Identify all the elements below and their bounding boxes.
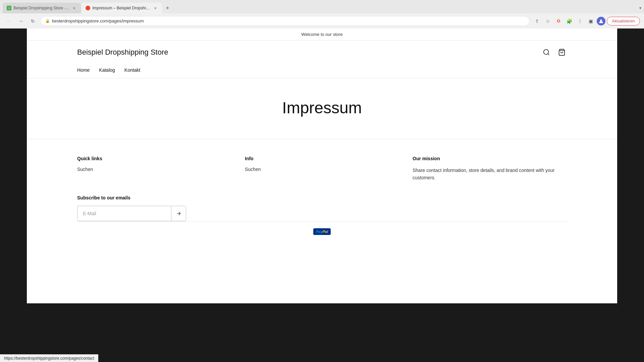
forward-button[interactable]: → [16,16,25,26]
tab-2[interactable]: Impressum – Beispiel Dropship… ✕ [82,3,162,13]
extensions-button[interactable]: 🧩 [565,16,574,26]
website-wrapper: Welcome to our store Beispiel Dropshippi… [0,28,644,303]
tab-bar-right: ▾ [637,6,641,10]
store-banner: Welcome to our store [27,28,617,41]
nav-kontakt[interactable]: Kontakt [124,67,140,73]
search-icon [543,49,550,56]
tab-bar: S Beispiel Dropshipping Store -… ✕ Impre… [0,0,644,13]
mission-heading: Our mission [413,156,567,161]
info-heading: Info [245,156,399,161]
tab-1[interactable]: S Beispiel Dropshipping Store -… ✕ [3,3,81,13]
header-icons [541,47,567,57]
email-submit-button[interactable] [171,206,186,221]
nav-katalog[interactable]: Katalog [99,67,115,73]
lock-icon: 🔒 [45,19,50,23]
status-bar: https://besterdropshippingstore.com/page… [0,354,98,362]
tab-2-title: Impressum – Beispiel Dropship… [92,6,151,10]
opera-button[interactable]: O [554,16,563,26]
store-footer: Quick links Suchen Info Suchen Our missi… [27,139,617,245]
address-text: besterdropshippingstore.com/pages/impres… [52,18,525,23]
reload-button[interactable]: ↻ [28,16,38,26]
bookmark-button[interactable]: ☆ [543,16,552,26]
search-button[interactable] [541,47,551,57]
svg-line-2 [548,54,549,55]
menu-button[interactable]: ⋮ [575,16,585,26]
footer-quick-links: Quick links Suchen [77,156,231,182]
status-url: https://besterdropshippingstore.com/page… [4,356,94,361]
email-input[interactable] [77,207,171,220]
tab-2-close[interactable]: ✕ [153,5,158,11]
tab-1-title: Beispiel Dropshipping Store -… [13,6,69,10]
tab-1-favicon: S [7,6,11,10]
back-button[interactable]: ← [4,16,13,26]
quick-link-suchen[interactable]: Suchen [77,167,231,172]
main-content: Impressum [27,78,617,139]
footer-bottom: PayPal [77,221,567,235]
quick-links-heading: Quick links [77,156,231,161]
browser-actions: ⇧ ☆ O 🧩 ⋮ ▣ Aktualisieren [532,16,640,26]
tab-2-favicon [86,6,90,10]
sidebar-button[interactable]: ▣ [586,16,595,26]
cart-button[interactable] [557,47,567,57]
footer-columns: Quick links Suchen Info Suchen Our missi… [77,156,567,182]
share-button[interactable]: ⇧ [532,16,542,26]
address-domain: besterdropshippingstore.com/pages/impres… [52,18,144,23]
store-nav: Home Katalog Kontakt [27,64,617,78]
subscribe-section: Subscribe to our emails [77,195,567,221]
address-bar[interactable]: 🔒 besterdropshippingstore.com/pages/impr… [40,16,530,26]
paypal-icon: PayPal [313,228,331,235]
nav-bar: ← → ↻ 🔒 besterdropshippingstore.com/page… [0,13,644,28]
svg-point-1 [544,50,549,55]
tab-1-close[interactable]: ✕ [71,5,77,11]
store-header: Beispiel Dropshipping Store [27,41,617,64]
subscribe-title: Subscribe to our emails [77,195,567,200]
footer-mission: Our mission Share contact information, s… [413,156,567,182]
store-logo[interactable]: Beispiel Dropshipping Store [77,48,168,57]
cart-icon [558,49,566,56]
email-form [77,206,186,221]
profile-button[interactable] [597,17,605,25]
new-tab-button[interactable]: + [163,3,172,13]
mission-text: Share contact information, store details… [413,167,567,182]
info-link-suchen[interactable]: Suchen [245,167,399,172]
update-button[interactable]: Aktualisieren [607,17,640,25]
nav-home[interactable]: Home [77,67,90,73]
paypal-text: PayPal [316,230,328,234]
footer-info: Info Suchen [245,156,399,182]
browser-chrome: S Beispiel Dropshipping Store -… ✕ Impre… [0,0,644,28]
website-content: Welcome to our store Beispiel Dropshippi… [27,28,617,303]
banner-text: Welcome to our store [301,32,342,37]
tab-bar-chevron[interactable]: ▾ [639,6,641,10]
page-title: Impressum [77,99,567,117]
arrow-right-icon [176,211,181,216]
profile-icon [598,18,604,24]
